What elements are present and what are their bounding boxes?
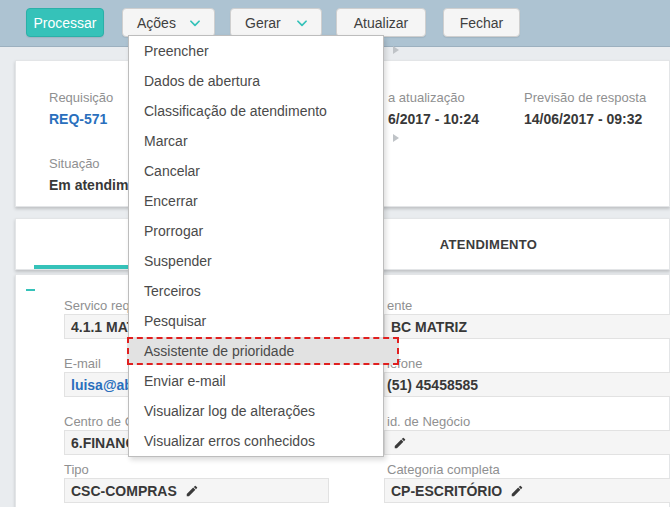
telefone-value: (51) 45458585 — [387, 377, 478, 393]
menu-item-cancelar[interactable]: Cancelar — [129, 156, 383, 186]
menu-item-visualizar-erros-conhecidos[interactable]: Visualizar erros conhecidos — [129, 426, 383, 456]
collapse-section-icon[interactable] — [26, 289, 35, 291]
process-button[interactable]: Processar — [26, 8, 104, 37]
email-label: E-mail — [64, 356, 101, 371]
edit-pencil-icon[interactable] — [393, 436, 407, 450]
app-window: Processar Ações Gerar Atualizar Fechar R… — [0, 0, 670, 507]
servico-label: Servico req — [64, 298, 130, 313]
edit-pencil-icon[interactable] — [510, 484, 524, 498]
tipo-label: Tipo — [64, 462, 89, 477]
menu-item-terceiros[interactable]: Terceiros — [129, 276, 383, 306]
close-button-label: Fechar — [460, 15, 504, 31]
centro-custo-label: Centro de C — [64, 414, 134, 429]
expander-arrow-icon — [393, 134, 399, 142]
servico-value: 4.1.1 MAT — [71, 319, 135, 335]
expander-arrow-icon — [393, 46, 399, 54]
telefone-field[interactable]: (51) 45458585 — [384, 372, 670, 397]
generate-dropdown-button[interactable]: Gerar — [230, 8, 322, 37]
process-button-label: Processar — [33, 15, 96, 31]
ultima-atualizacao-value: 6/2017 - 10:24 — [388, 111, 479, 127]
menu-item-prorrogar[interactable]: Prorrogar — [129, 216, 383, 246]
menu-item-visualizar-log-de-alteracoes[interactable]: Visualizar log de alterações — [129, 396, 383, 426]
generate-button-label: Gerar — [245, 15, 281, 31]
unidade-negocio-field[interactable] — [384, 430, 670, 455]
cliente-label: ente — [387, 298, 412, 313]
refresh-button[interactable]: Atualizar — [336, 8, 426, 37]
requisicao-label: Requisição — [49, 90, 113, 105]
menu-item-encerrar[interactable]: Encerrar — [129, 186, 383, 216]
tipo-field[interactable]: CSC-COMPRAS — [64, 478, 329, 503]
previsao-resposta-value: 14/06/2017 - 09:32 — [524, 111, 642, 127]
actions-button-label: Ações — [137, 15, 176, 31]
ultima-atualizacao-label: a atualização — [388, 90, 465, 105]
centro-custo-value: 6.FINANC — [71, 435, 136, 451]
menu-item-pesquisar[interactable]: Pesquisar — [129, 306, 383, 336]
requisicao-number-link[interactable]: REQ-571 — [49, 111, 107, 127]
categoria-field[interactable]: CP-ESCRITÓRIO — [384, 478, 670, 503]
menu-item-suspender[interactable]: Suspender — [129, 246, 383, 276]
email-value-link[interactable]: luisa@ab — [71, 377, 133, 393]
menu-item-preencher[interactable]: Preencher — [129, 36, 383, 66]
tab-atendimento[interactable]: ATENDIMENTO — [401, 237, 576, 252]
situacao-label: Situação — [49, 156, 100, 171]
menu-item-classificacao-de-atendimento[interactable]: Classificação de atendimento — [129, 96, 383, 126]
close-button[interactable]: Fechar — [443, 8, 520, 37]
actions-dropdown-button[interactable]: Ações — [122, 8, 215, 37]
cliente-value: BC MATRIZ — [391, 319, 467, 335]
unidade-negocio-label: id. de Negócio — [387, 414, 470, 429]
menu-item-assistente-de-prioridade[interactable]: Assistente de prioridade — [129, 336, 383, 366]
categoria-label: Categoria completa — [387, 462, 500, 477]
refresh-button-label: Atualizar — [354, 15, 408, 31]
chevron-down-icon — [188, 16, 202, 30]
actions-dropdown-menu: Preencher Dados de abertura Classificaçã… — [128, 35, 384, 457]
menu-item-dados-de-abertura[interactable]: Dados de abertura — [129, 66, 383, 96]
edit-pencil-icon[interactable] — [185, 484, 199, 498]
tipo-value: CSC-COMPRAS — [71, 483, 177, 499]
previsao-resposta-label: Previsão de resposta — [524, 90, 646, 105]
cliente-field[interactable]: BC MATRIZ — [384, 314, 670, 339]
categoria-value: CP-ESCRITÓRIO — [391, 483, 502, 499]
menu-item-marcar[interactable]: Marcar — [129, 126, 383, 156]
menu-item-enviar-email[interactable]: Enviar e-mail — [129, 366, 383, 396]
chevron-down-icon — [295, 16, 309, 30]
